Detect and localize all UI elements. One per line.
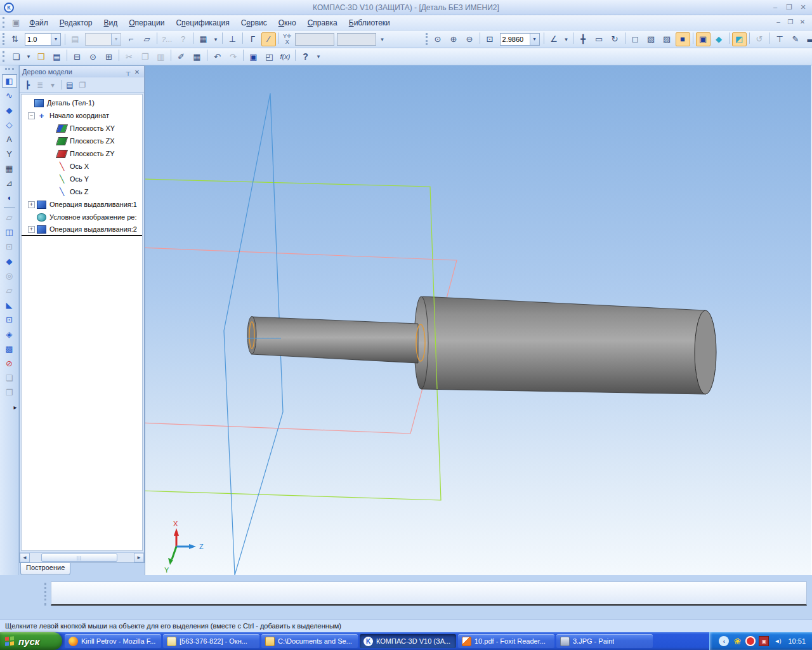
insert-fragment-icon[interactable]: ⊞ [102,50,116,63]
redo-icon[interactable]: ↷ [226,50,240,63]
sketch-mode-icon[interactable]: ✎ [789,32,803,46]
copy-properties-icon[interactable]: ✐ [174,50,188,63]
rebuild-icon[interactable]: ↺ [752,32,767,46]
tree-item[interactable]: ╲ Ось Y [22,173,142,185]
variables-window-icon[interactable]: ▣ [246,50,261,63]
new-document-arrow-icon[interactable]: ▾ [25,50,32,63]
tree-item[interactable]: Условное изображение ре: [22,211,142,223]
panel-grip[interactable] [5,68,14,72]
edit-part-icon[interactable]: ◧ [2,74,17,88]
property-bar-grip[interactable] [44,583,46,606]
reports-icon[interactable]: ❐ [76,79,89,91]
spatial-curves-icon[interactable]: ∿ [2,89,17,102]
coord-x-field[interactable] [295,33,334,46]
condition-sketch-icon[interactable]: ⊿ [2,176,17,190]
close-button[interactable]: ✕ [798,3,808,12]
zoom-out-icon[interactable]: ⊖ [462,32,477,46]
corner-setup-icon[interactable]: ⌐ [124,32,138,46]
zoom-scale-combo[interactable]: ▾ [500,33,540,46]
tree-composition-arrow-icon[interactable]: ▾ [46,79,59,91]
tree-item[interactable]: + Операция выдавливания:1 [22,198,142,211]
tree-expander[interactable]: − [28,112,35,119]
menu-item[interactable]: Справка [302,17,343,29]
hidden-thin-icon[interactable]: ▨ [660,32,674,46]
tree-item[interactable]: Плоскость ZY [22,147,142,160]
macro-icon[interactable]: ◰ [262,50,277,63]
step-size-input[interactable] [25,34,51,45]
new-document-icon[interactable]: ❏ [9,50,23,63]
fx-icon[interactable]: f(x) [278,50,292,63]
tree-item[interactable]: Деталь (Тел-1) [22,96,142,109]
round-hole-icon[interactable]: ◎ [2,269,17,282]
toolbar-overflow-icon[interactable]: ▾ [314,50,323,63]
pan-icon[interactable]: ╋ [576,32,591,46]
menu-item[interactable]: Операции [123,17,170,29]
tree-structure-icon[interactable]: ┣ [21,79,34,91]
rib-icon[interactable]: ◣ [2,298,17,312]
toolbar-overflow-icon[interactable]: ▾ [378,32,387,46]
query-icon[interactable]: ? [176,32,190,46]
query-ellipsis-icon[interactable]: ?… [160,32,174,46]
scrollbar-thumb[interactable] [41,554,117,562]
tree-item[interactable]: + Операция выдавливания:2 [22,223,142,236]
specification-icon[interactable]: ▦ [2,162,17,175]
menu-item[interactable]: Вид [98,17,123,29]
perspective-icon[interactable]: ◆ [712,32,726,46]
panel-expand-arrow[interactable]: ▸ [1,401,18,414]
mdi-close-button[interactable]: ✕ [798,18,807,27]
rotate-icon[interactable]: ↻ [608,32,622,46]
draft-icon[interactable]: ◈ [2,328,17,341]
scroll-right-icon[interactable]: ► [134,553,144,562]
rotate-frame-icon[interactable]: ▭ [592,32,606,46]
tray-target-icon[interactable]: ◉ [745,636,756,646]
paste-icon[interactable]: ▥ [154,50,168,63]
menu-item[interactable]: Окно [273,17,302,29]
viewport[interactable]: X Z Y [145,65,812,575]
print-icon[interactable]: ⊟ [70,50,84,63]
measurements-icon[interactable]: A [2,133,17,146]
step-size-icon[interactable]: ⇅ [8,32,22,46]
hidden-removed-icon[interactable]: ▧ [644,32,658,46]
grid-icon[interactable]: ▦ [196,32,211,46]
shaded-icon[interactable]: ■ [676,32,690,46]
mode-tab-postroenie[interactable]: Построение [20,563,70,575]
menu-item[interactable]: Файл [23,17,54,29]
remove-face-icon[interactable]: ⊘ [2,357,17,370]
toolbar-grip[interactable] [426,33,428,45]
cut-icon[interactable]: ✂ [122,50,136,63]
tree-item[interactable]: Плоскость XY [22,122,142,135]
ortho-drawing-icon[interactable]: Г [246,32,260,46]
properties-panel-icon[interactable]: ▬ [804,32,812,46]
document-view-icon[interactable]: ▱ [140,32,154,46]
cut-extrude-icon[interactable]: ◫ [2,225,17,239]
undo-icon[interactable]: ↶ [210,50,225,63]
tray-display-icon[interactable]: ▣ [759,636,769,646]
task-kompas[interactable]: K КОМПАС-3D V10 (ЗА... [360,634,456,648]
tray-flower-icon[interactable]: ❀ [732,636,742,646]
menu-item[interactable]: Сервис [235,17,273,29]
minimize-button[interactable]: – [770,3,780,12]
open-icon[interactable]: ❒ [34,50,48,63]
tree-expander[interactable]: + [28,226,35,233]
section-icon[interactable]: ⊡ [2,313,17,326]
task-foxit[interactable]: 10.pdf - Foxit Reader... [458,634,554,648]
print-preview-icon[interactable]: ⊙ [86,50,100,63]
body-parameters-icon[interactable]: ◖ [2,191,17,204]
copy-bodies-icon[interactable]: ❏ [2,371,17,385]
auxiliary-geometry-icon[interactable]: ◇ [2,118,17,131]
model-big-cylinder[interactable] [414,296,716,394]
close-icon[interactable]: ✕ [133,69,141,76]
step-size-combo[interactable]: ▾ [25,33,61,46]
zoom-scale-input[interactable] [501,34,530,45]
filters-icon[interactable]: Y [2,147,17,161]
menu-item[interactable]: Редактор [54,17,98,29]
extrude-operation-icon[interactable]: ▱ [2,211,17,224]
hole-icon[interactable]: ⊡ [2,240,17,253]
tree-expander[interactable]: + [28,201,35,208]
zoom-area-icon[interactable]: ⊡ [483,32,497,46]
tree-item[interactable]: ╲ Ось X [22,160,142,173]
restore-button[interactable]: ❐ [784,3,794,12]
task-icq-window[interactable]: [563-376-822] - Окн... [163,634,259,648]
pin-icon[interactable]: ┬ [124,69,133,76]
zoom-in-icon[interactable]: ⊕ [447,32,461,46]
